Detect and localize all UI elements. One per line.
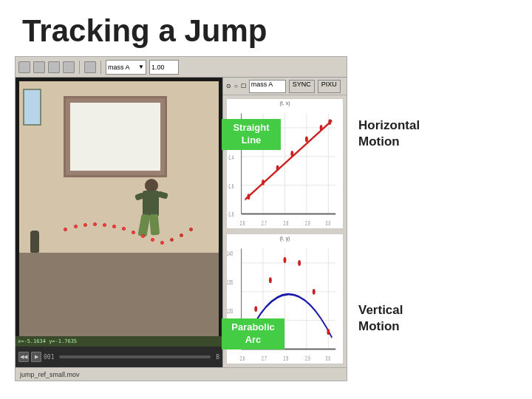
dot-14: [189, 228, 193, 231]
right-annotations: Horizontal Motion Vertical Motion: [351, 56, 447, 381]
graph1-title: (t, x): [280, 100, 290, 106]
svg-text:2.8: 2.8: [284, 354, 289, 362]
whiteboard: [64, 96, 167, 177]
graph-horizontal: (t, x): [226, 98, 344, 229]
svg-point-42: [284, 257, 287, 263]
svg-text:2.7: 2.7: [262, 219, 267, 227]
svg-text:3.0: 3.0: [325, 219, 330, 227]
svg-point-12: [247, 194, 250, 200]
bowling-pin: [30, 231, 39, 253]
dot-6: [112, 225, 116, 228]
graph2-title: (t, y): [280, 236, 290, 241]
svg-text:-1.4: -1.4: [228, 153, 234, 161]
dot-7: [122, 227, 126, 231]
filename-bar: jump_ref_small.mov: [16, 367, 347, 381]
vertical-motion-label: Vertical Motion: [358, 302, 447, 335]
frame-number: 001: [44, 354, 54, 361]
svg-point-17: [320, 125, 323, 131]
filename-text: jump_ref_small.mov: [20, 371, 80, 378]
graph-mass-dropdown[interactable]: mass A: [249, 80, 286, 93]
tracking-dots: [64, 222, 204, 245]
play-back-btn[interactable]: ◀◀: [18, 352, 29, 362]
timeline-slider[interactable]: [59, 355, 211, 358]
value-input[interactable]: 1.00: [149, 60, 179, 75]
time-display: B: [216, 354, 219, 361]
dot-5: [103, 223, 106, 227]
svg-point-13: [262, 180, 265, 185]
graph-toolbar: ⊙ ○ ☐ mass A SYNC PIXU: [223, 78, 347, 95]
tracker-app: mass A ▼ 1.00: [15, 56, 351, 381]
svg-text:2.9: 2.9: [305, 354, 310, 362]
search-icon[interactable]: [84, 61, 96, 73]
dot-9: [141, 234, 145, 238]
tool1-icon[interactable]: [48, 61, 60, 73]
svg-point-16: [305, 137, 308, 143]
tracker-toolbar: mass A ▼ 1.00: [16, 57, 347, 78]
dot-10: [151, 238, 154, 242]
svg-text:3.0: 3.0: [325, 354, 330, 362]
dot-1: [64, 228, 67, 231]
separator1: [79, 61, 80, 74]
svg-text:-1.6: -1.6: [228, 182, 233, 190]
dot-11: [160, 241, 164, 245]
sync-button[interactable]: SYNC: [289, 80, 315, 93]
video-controls[interactable]: ◀◀ ▶ 001 B: [16, 347, 222, 367]
dot-3: [83, 223, 87, 227]
play-btn[interactable]: ▶: [31, 352, 41, 362]
svg-point-15: [290, 151, 293, 157]
dot-13: [180, 233, 183, 237]
svg-text:140: 140: [227, 249, 233, 257]
svg-point-40: [254, 306, 257, 312]
room-floor: [19, 253, 219, 345]
svg-text:2.7: 2.7: [262, 354, 267, 362]
dot-2: [74, 225, 78, 228]
save-icon[interactable]: [18, 61, 30, 73]
coords-bar: x=-5.1634 y=-1.7635: [16, 336, 222, 347]
window-decoration: [23, 89, 41, 126]
dot-12: [170, 238, 174, 242]
horizontal-motion-label: Horizontal Motion: [358, 117, 447, 150]
open-icon[interactable]: [33, 61, 45, 73]
svg-point-18: [328, 119, 331, 125]
svg-point-44: [313, 289, 316, 295]
svg-text:-1.8: -1.8: [228, 211, 233, 219]
coords-text: x=-5.1634 y=-1.7635: [18, 338, 77, 344]
video-panel: x=-5.1634 y=-1.7635 ◀◀ ▶ 001 B: [16, 78, 222, 367]
dot-4: [93, 222, 97, 226]
svg-text:2.8: 2.8: [284, 219, 289, 227]
svg-point-45: [327, 329, 330, 335]
mass-dropdown[interactable]: mass A ▼: [106, 60, 146, 75]
svg-point-43: [298, 260, 301, 266]
straight-line-label: Straight Line: [222, 119, 281, 150]
separator2: [100, 61, 101, 74]
room-scene: [19, 81, 219, 345]
parabolic-arc-label: Parabolic Arc: [222, 318, 284, 349]
tool2-icon[interactable]: [63, 61, 75, 73]
svg-text:2.6: 2.6: [240, 219, 245, 227]
svg-text:2.9: 2.9: [305, 219, 310, 227]
pixu-button[interactable]: PIXU: [318, 80, 341, 93]
page-title: Tracking a Jump: [0, 0, 532, 56]
svg-text:130: 130: [227, 307, 233, 315]
dot-8: [132, 231, 135, 234]
svg-text:2.6: 2.6: [240, 354, 245, 362]
svg-text:135: 135: [227, 278, 233, 286]
svg-point-14: [276, 165, 279, 171]
whiteboard-frame: [66, 98, 165, 175]
svg-point-41: [269, 277, 272, 283]
